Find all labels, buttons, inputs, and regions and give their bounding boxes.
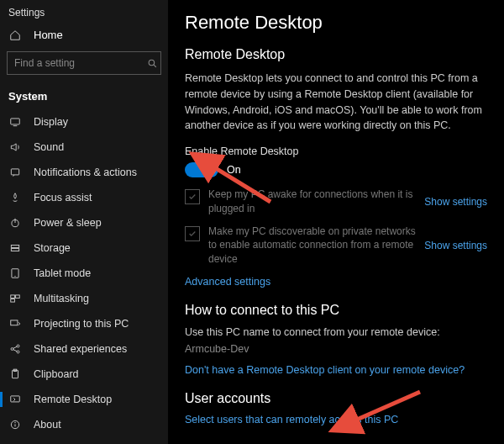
sidebar-section-label: System [0, 83, 168, 109]
svg-rect-2 [11, 119, 20, 124]
power-icon [8, 217, 22, 229]
svg-point-25 [15, 422, 16, 423]
sidebar-item-notifications[interactable]: Notifications & actions [0, 160, 168, 185]
svg-rect-14 [11, 320, 18, 325]
svg-rect-11 [11, 295, 15, 299]
toggle-state: On [227, 164, 241, 176]
howto-line: Use this PC name to connect from your re… [185, 326, 487, 338]
sidebar-item-label: About [34, 419, 61, 431]
search-input[interactable] [8, 57, 147, 69]
page-title: Remote Desktop [185, 12, 487, 34]
svg-rect-7 [11, 246, 18, 248]
sidebar-item-label: Multitasking [34, 293, 89, 304]
select-users-link[interactable]: Select users that can remotely access th… [185, 414, 398, 426]
advanced-settings-link[interactable]: Advanced settings [185, 276, 270, 288]
sidebar-item-label: Tablet mode [34, 267, 91, 279]
svg-point-0 [149, 60, 155, 66]
sidebar-item-sound[interactable]: Sound [0, 135, 168, 160]
focus-assist-icon [8, 192, 22, 204]
sidebar-item-label: Remote Desktop [34, 394, 112, 405]
notifications-icon [8, 166, 22, 178]
sidebar-item-label: Home [34, 29, 63, 41]
sidebar-item-tablet-mode[interactable]: Tablet mode [0, 261, 168, 286]
main-content: Remote Desktop Remote Desktop Remote Des… [168, 0, 504, 444]
sidebar-item-shared-experiences[interactable]: Shared experiences [0, 336, 168, 362]
sidebar-item-display[interactable]: Display [0, 109, 168, 135]
option-text: Make my PC discoverable on private netwo… [208, 225, 416, 267]
sidebar-item-remote-desktop[interactable]: Remote Desktop [0, 387, 168, 412]
clipboard-icon [8, 368, 22, 380]
home-icon [8, 29, 22, 41]
sidebar-item-label: Sound [34, 141, 64, 153]
show-settings-link-1[interactable]: Show settings [424, 196, 487, 208]
sidebar: Settings Home System Display Sound [0, 0, 168, 444]
toggle-label: Enable Remote Desktop [185, 145, 487, 157]
sidebar-item-storage[interactable]: Storage [0, 235, 168, 261]
svg-rect-8 [11, 249, 18, 251]
storage-icon [8, 242, 22, 254]
remote-desktop-icon [8, 394, 22, 405]
show-settings-link-2[interactable]: Show settings [424, 240, 487, 251]
window-title: Settings [0, 3, 168, 24]
howto-title: How to connect to this PC [185, 303, 487, 318]
settings-window: Settings Home System Display Sound [0, 0, 504, 444]
svg-rect-13 [11, 299, 15, 303]
search-icon [147, 56, 158, 70]
sidebar-nav: Display Sound Notifications & actions Fo… [0, 109, 168, 444]
client-help-link[interactable]: Don't have a Remote Desktop client on yo… [185, 364, 465, 376]
user-accounts-title: User accounts [185, 391, 487, 406]
tablet-icon [8, 267, 22, 279]
sound-icon [8, 141, 22, 153]
svg-rect-12 [16, 295, 20, 299]
sidebar-item-projecting[interactable]: Projecting to this PC [0, 311, 168, 336]
sidebar-item-home[interactable]: Home [0, 24, 168, 46]
pc-name: Armcube-Dev [185, 343, 487, 355]
shared-experiences-icon [8, 343, 22, 355]
sidebar-item-label: Focus assist [34, 192, 92, 204]
section-title: Remote Desktop [185, 47, 487, 62]
svg-rect-4 [11, 169, 18, 175]
svg-line-18 [13, 346, 18, 348]
remote-desktop-toggle[interactable] [185, 162, 218, 177]
search-box[interactable] [7, 51, 161, 75]
sidebar-item-label: Notifications & actions [34, 166, 137, 178]
about-icon [8, 419, 22, 431]
checkbox-discoverable[interactable] [185, 226, 200, 241]
display-icon [8, 116, 22, 128]
sidebar-item-label: Power & sleep [34, 217, 102, 229]
sidebar-item-about[interactable]: About [0, 412, 168, 437]
checkbox-keep-awake[interactable] [185, 189, 200, 204]
option-discoverable: Make my PC discoverable on private netwo… [185, 225, 487, 267]
sidebar-item-label: Projecting to this PC [34, 318, 129, 330]
svg-line-19 [13, 350, 18, 352]
sidebar-item-label: Shared experiences [34, 343, 127, 355]
multitasking-icon [8, 293, 22, 304]
sidebar-item-label: Storage [34, 242, 71, 254]
sidebar-item-power-sleep[interactable]: Power & sleep [0, 210, 168, 235]
section-description: Remote Desktop lets you connect to and c… [185, 71, 487, 134]
sidebar-item-multitasking[interactable]: Multitasking [0, 286, 168, 311]
option-text: Keep my PC awake for connections when it… [208, 188, 416, 216]
option-keep-awake: Keep my PC awake for connections when it… [185, 188, 487, 216]
projecting-icon [8, 318, 22, 330]
sidebar-item-label: Display [34, 116, 68, 128]
svg-line-1 [154, 65, 156, 67]
sidebar-item-clipboard[interactable]: Clipboard [0, 362, 168, 387]
sidebar-item-focus-assist[interactable]: Focus assist [0, 185, 168, 210]
sidebar-item-label: Clipboard [34, 368, 79, 380]
